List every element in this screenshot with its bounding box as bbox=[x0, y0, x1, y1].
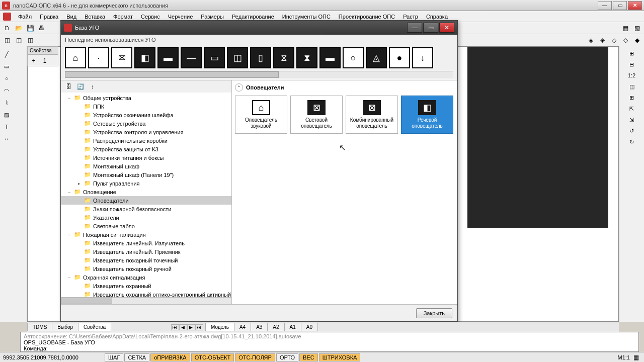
menu-item[interactable]: Формат bbox=[109, 13, 137, 21]
open-icon[interactable]: 📂 bbox=[14, 23, 24, 33]
menu-item[interactable]: Редактирование bbox=[228, 13, 278, 21]
db2-icon[interactable]: ◫ bbox=[14, 35, 24, 45]
arc-icon[interactable]: ◠ bbox=[1, 85, 12, 96]
recent-item[interactable]: ↓ bbox=[412, 47, 433, 68]
recent-item[interactable]: ✉ bbox=[111, 47, 132, 68]
rt4-icon[interactable]: ⊞ bbox=[626, 93, 637, 103]
tree-node[interactable]: 📁Устройства защиты от КЗ bbox=[61, 145, 231, 153]
menu-item[interactable]: Проектирование ОПС bbox=[335, 13, 399, 21]
tree-node[interactable]: −📁Общие устройства bbox=[61, 94, 231, 102]
rt8-icon[interactable]: ↻ bbox=[626, 137, 637, 147]
rt1-icon[interactable]: ⊞ bbox=[626, 48, 637, 58]
minimize-button[interactable]: — bbox=[598, 1, 612, 10]
dialog-maximize-button[interactable]: ▭ bbox=[423, 23, 438, 33]
layers2-icon[interactable]: ▧ bbox=[632, 23, 642, 33]
panel-tab[interactable]: Выбор bbox=[52, 323, 78, 331]
save-icon[interactable]: 💾 bbox=[25, 23, 35, 33]
rt2-icon[interactable]: ⊟ bbox=[626, 59, 637, 69]
dialog-titlebar[interactable]: База УГО — ▭ ✕ bbox=[61, 21, 457, 35]
rt6-icon[interactable]: ⇲ bbox=[626, 115, 637, 125]
recent-item[interactable]: ⧖ bbox=[273, 47, 294, 68]
status-toggle[interactable]: ОТС-ПОЛЯР bbox=[235, 353, 275, 361]
recent-item[interactable]: ▬ bbox=[157, 47, 179, 68]
tree-node[interactable]: 📁Устройства контроля и управления bbox=[61, 128, 231, 136]
cube3-icon[interactable]: ◇ bbox=[609, 35, 619, 45]
menu-item[interactable]: Растр bbox=[399, 13, 422, 21]
tree-node[interactable]: −📁Охранная сигнализация bbox=[61, 273, 231, 282]
recent-item[interactable]: ⧗ bbox=[296, 47, 317, 68]
menu-item[interactable]: Правка bbox=[36, 13, 62, 21]
close-dialog-button[interactable]: Закрыть bbox=[416, 308, 452, 318]
menu-item[interactable]: Файл bbox=[14, 13, 36, 21]
tree-node[interactable]: 📁Извещатель охранный bbox=[61, 282, 231, 290]
tree-node[interactable]: 📁Световые табло bbox=[61, 222, 231, 230]
status-toggle[interactable]: ШТРИХОВКА bbox=[319, 353, 361, 361]
recent-scrollbar[interactable] bbox=[65, 71, 453, 78]
tree-node[interactable]: 📁ППК bbox=[61, 102, 231, 111]
recent-item[interactable]: ▯ bbox=[250, 47, 271, 68]
tree-node[interactable]: 📁Источники питания и боксы bbox=[61, 153, 231, 162]
collapse-icon[interactable]: ⌃ bbox=[235, 83, 243, 92]
status-toggle[interactable]: ВЕС bbox=[299, 353, 318, 361]
category-tree[interactable]: −📁Общие устройства📁ППК📁Устройство оконча… bbox=[61, 93, 231, 297]
status-toggle[interactable]: ОРТО bbox=[276, 353, 298, 361]
panel-tab[interactable]: Свойства bbox=[78, 323, 111, 331]
status-grid-icon[interactable]: ▦ bbox=[631, 352, 641, 363]
sheet-tab[interactable]: A4 bbox=[234, 323, 251, 331]
sheet-tab[interactable]: Модель bbox=[205, 323, 234, 331]
text-icon[interactable]: T bbox=[1, 121, 12, 132]
grid-item[interactable]: ⊠Световой оповещатель bbox=[290, 96, 343, 134]
tree-node[interactable]: 📁Извещатель пожарный ручной bbox=[61, 264, 231, 273]
tree-node[interactable]: 📁Извещатель линейный. Излучатель bbox=[61, 239, 231, 247]
close-button[interactable]: ✕ bbox=[628, 1, 642, 10]
menu-item[interactable]: Инструменты ОПС bbox=[278, 13, 335, 21]
hatch-icon[interactable]: ▨ bbox=[1, 109, 12, 120]
cube4-icon[interactable]: ◇ bbox=[620, 35, 630, 45]
tree-node[interactable]: 📁Извещатель охранный оптико-электронный … bbox=[61, 290, 231, 297]
recent-item[interactable]: · bbox=[88, 47, 109, 68]
rt7-icon[interactable]: ↺ bbox=[626, 126, 637, 136]
new-icon[interactable]: 🗋 bbox=[2, 23, 12, 33]
recent-item[interactable]: ● bbox=[389, 47, 410, 68]
recent-item[interactable]: ○ bbox=[343, 47, 364, 68]
recent-item[interactable]: ◧ bbox=[134, 47, 155, 68]
sheet-nav[interactable]: ⏮◀▶⏭ bbox=[171, 324, 203, 330]
cube1-icon[interactable]: ◈ bbox=[586, 35, 596, 45]
sheet-tab[interactable]: A0 bbox=[301, 323, 318, 331]
rt5-icon[interactable]: ⇱ bbox=[626, 104, 637, 114]
polyline-icon[interactable]: ⌇ bbox=[1, 97, 12, 108]
menu-item[interactable]: Черчение bbox=[164, 13, 197, 21]
cube5-icon[interactable]: ◆ bbox=[632, 35, 642, 45]
tree-node[interactable]: 📁Извещатель линейный. Приемник bbox=[61, 247, 231, 256]
prop-add-icon[interactable]: + bbox=[29, 56, 39, 66]
db-icon[interactable]: ◫ bbox=[2, 35, 12, 45]
dim-icon[interactable]: ↔ bbox=[1, 133, 12, 144]
menu-item[interactable]: Сервис bbox=[137, 13, 164, 21]
recent-item[interactable]: ◫ bbox=[227, 47, 248, 68]
grid-item[interactable]: ◧Речевой оповещатель bbox=[401, 96, 453, 134]
tree-node[interactable]: −📁Пожарная сигнализация bbox=[61, 230, 231, 239]
menu-item[interactable]: Размеры bbox=[197, 13, 228, 21]
tree-node[interactable]: 📁Распределительные коробки bbox=[61, 136, 231, 145]
tree-hscrollbar[interactable] bbox=[61, 297, 231, 304]
sheet-tab[interactable]: A3 bbox=[251, 323, 268, 331]
print-icon[interactable]: 🖶 bbox=[37, 23, 47, 33]
command-line[interactable]: × Автосохранение: C:\Users\Бабаев\AppDat… bbox=[20, 332, 639, 352]
db3-icon[interactable]: ◫ bbox=[25, 35, 35, 45]
maximize-button[interactable]: ▭ bbox=[613, 1, 627, 10]
status-toggle[interactable]: ШАГ bbox=[105, 353, 123, 361]
recent-item[interactable]: ◬ bbox=[366, 47, 387, 68]
tree-node[interactable]: 📁Указатели bbox=[61, 213, 231, 222]
sheet-tab[interactable]: A1 bbox=[284, 323, 301, 331]
menu-item[interactable]: Справка bbox=[422, 13, 452, 21]
recent-item[interactable]: — bbox=[181, 47, 202, 68]
tree-node[interactable]: 📁Монтажный шкаф (Панели 19") bbox=[61, 170, 231, 179]
dialog-minimize-button[interactable]: — bbox=[407, 23, 422, 33]
recent-item[interactable]: ⌂ bbox=[65, 47, 86, 68]
panel-tab[interactable]: TDMS bbox=[27, 323, 52, 331]
tree-db-icon[interactable]: 🗄 bbox=[64, 82, 73, 91]
recent-item[interactable]: ▬ bbox=[319, 47, 341, 68]
menu-item[interactable]: Вставка bbox=[80, 13, 109, 21]
grid-item[interactable]: ⌂Оповещатель звуковой bbox=[235, 96, 287, 134]
tree-refresh-icon[interactable]: 🔄 bbox=[76, 82, 85, 91]
